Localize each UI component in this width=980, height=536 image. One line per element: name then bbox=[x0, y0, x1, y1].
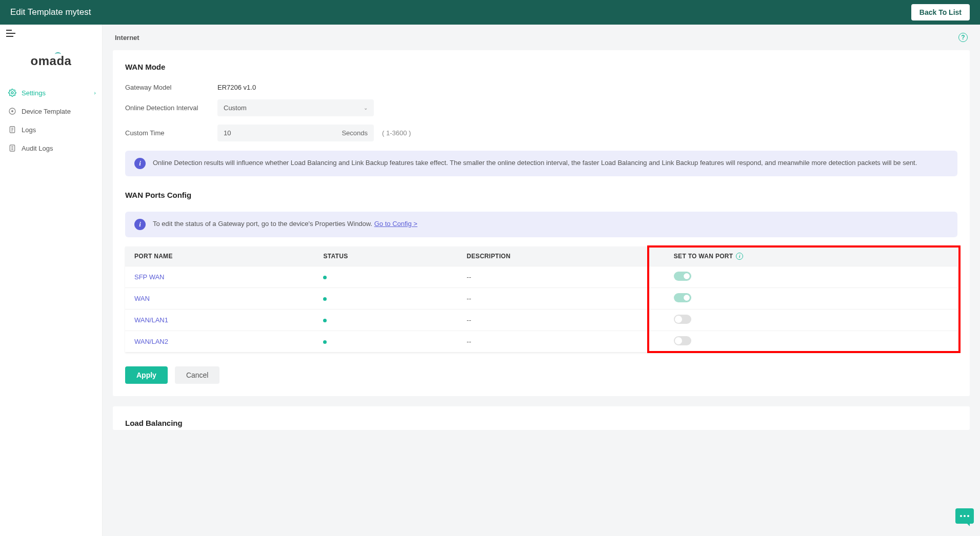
sidebar-item-device-template[interactable]: Device Template bbox=[0, 102, 102, 120]
custom-time-unit: Seconds bbox=[342, 129, 368, 137]
list-icon bbox=[8, 144, 16, 152]
top-header: Edit Template mytest Back To List bbox=[0, 0, 980, 25]
port-description: -- bbox=[457, 310, 665, 331]
status-dot-icon bbox=[323, 297, 327, 301]
sidebar-item-logs[interactable]: Logs bbox=[0, 120, 102, 139]
table-row: WAN/LAN2-- bbox=[125, 331, 957, 353]
apply-button[interactable]: Apply bbox=[125, 366, 168, 384]
detection-interval-value: Custom bbox=[224, 104, 247, 112]
chat-bubble[interactable] bbox=[955, 508, 974, 524]
custom-time-value: 10 bbox=[224, 129, 231, 137]
menu-toggle[interactable] bbox=[0, 25, 102, 44]
custom-time-label: Custom Time bbox=[125, 129, 217, 137]
sidebar: omada Settings › Device Template Logs bbox=[0, 25, 103, 536]
wan-card: WAN Mode Gateway Model ER7206 v1.0 Onlin… bbox=[113, 50, 970, 396]
port-wan-toggle-cell bbox=[665, 310, 957, 331]
port-wan-toggle-cell bbox=[665, 288, 957, 310]
info-small-icon[interactable]: i bbox=[736, 253, 743, 260]
custom-time-hint: ( 1-3600 ) bbox=[382, 129, 411, 137]
th-description: DESCRIPTION bbox=[457, 246, 665, 266]
go-to-config-link[interactable]: Go to Config > bbox=[374, 220, 417, 228]
port-status bbox=[314, 331, 457, 353]
gateway-model-value: ER7206 v1.0 bbox=[217, 84, 256, 91]
port-status bbox=[314, 310, 457, 331]
brand-text: omada bbox=[31, 54, 72, 68]
wan-ports-title: WAN Ports Config bbox=[125, 191, 957, 199]
port-name-link[interactable]: WAN/LAN2 bbox=[125, 331, 314, 353]
sidebar-item-label: Device Template bbox=[22, 108, 71, 115]
cancel-button[interactable]: Cancel bbox=[175, 366, 220, 384]
table-row: WAN/LAN1-- bbox=[125, 310, 957, 331]
port-name-link[interactable]: WAN/LAN1 bbox=[125, 310, 314, 331]
port-name-link[interactable]: SFP WAN bbox=[125, 266, 314, 288]
table-row: WAN-- bbox=[125, 288, 957, 310]
port-wan-toggle-cell bbox=[665, 331, 957, 353]
chevron-down-icon: ⌄ bbox=[364, 105, 368, 111]
file-icon bbox=[8, 126, 16, 134]
info-icon: i bbox=[134, 219, 146, 230]
load-balancing-card: Load Balancing bbox=[113, 406, 970, 430]
svg-point-0 bbox=[11, 92, 13, 94]
svg-point-2 bbox=[12, 111, 13, 112]
port-status bbox=[314, 288, 457, 310]
page-title-header: Edit Template mytest bbox=[10, 7, 91, 17]
sidebar-item-settings[interactable]: Settings › bbox=[0, 84, 102, 102]
chevron-right-icon: › bbox=[94, 90, 96, 96]
wan-toggle[interactable] bbox=[674, 315, 691, 324]
main-content: Internet ? WAN Mode Gateway Model ER7206… bbox=[103, 25, 980, 536]
wan-toggle[interactable] bbox=[674, 272, 691, 281]
th-port-name: PORT NAME bbox=[125, 246, 314, 266]
port-name-link[interactable]: WAN bbox=[125, 288, 314, 310]
status-dot-icon bbox=[323, 319, 327, 322]
sidebar-item-label: Settings bbox=[22, 89, 46, 97]
hamburger-icon bbox=[6, 30, 15, 37]
detection-interval-select[interactable]: Custom ⌄ bbox=[217, 99, 374, 116]
ports-info-banner: i To edit the status of a Gateway port, … bbox=[125, 212, 957, 237]
gear-icon bbox=[8, 89, 16, 97]
gateway-model-label: Gateway Model bbox=[125, 84, 217, 91]
detection-info-text: Online Detection results will influence … bbox=[153, 158, 917, 169]
port-description: -- bbox=[457, 288, 665, 310]
wan-ports-table: PORT NAME STATUS DESCRIPTION SET TO WAN … bbox=[125, 246, 957, 352]
sidebar-item-label: Logs bbox=[22, 126, 36, 134]
detection-interval-label: Online Detection Interval bbox=[125, 104, 217, 112]
port-description: -- bbox=[457, 331, 665, 353]
wan-mode-title: WAN Mode bbox=[125, 63, 957, 71]
port-wan-toggle-cell bbox=[665, 266, 957, 288]
target-icon bbox=[8, 107, 16, 115]
port-description: -- bbox=[457, 266, 665, 288]
help-icon[interactable]: ? bbox=[958, 33, 968, 42]
ports-table-container: PORT NAME STATUS DESCRIPTION SET TO WAN … bbox=[125, 246, 957, 352]
wan-toggle[interactable] bbox=[674, 293, 691, 302]
back-to-list-button[interactable]: Back To List bbox=[911, 4, 970, 20]
custom-time-input[interactable]: 10 Seconds bbox=[217, 125, 374, 141]
info-icon: i bbox=[134, 158, 146, 169]
status-dot-icon bbox=[323, 340, 327, 344]
detection-info-banner: i Online Detection results will influenc… bbox=[125, 151, 957, 176]
th-set-wan: SET TO WAN PORT i bbox=[665, 246, 957, 266]
status-dot-icon bbox=[323, 276, 327, 279]
table-row: SFP WAN-- bbox=[125, 266, 957, 288]
port-status bbox=[314, 266, 457, 288]
th-status: STATUS bbox=[314, 246, 457, 266]
ports-info-text: To edit the status of a Gateway port, go… bbox=[153, 220, 374, 228]
load-balancing-title: Load Balancing bbox=[125, 419, 957, 427]
content-title: Internet bbox=[115, 34, 139, 42]
wan-toggle[interactable] bbox=[674, 336, 691, 345]
sidebar-item-audit-logs[interactable]: Audit Logs bbox=[0, 139, 102, 157]
sidebar-item-label: Audit Logs bbox=[22, 145, 53, 152]
brand-logo: omada bbox=[0, 44, 102, 84]
